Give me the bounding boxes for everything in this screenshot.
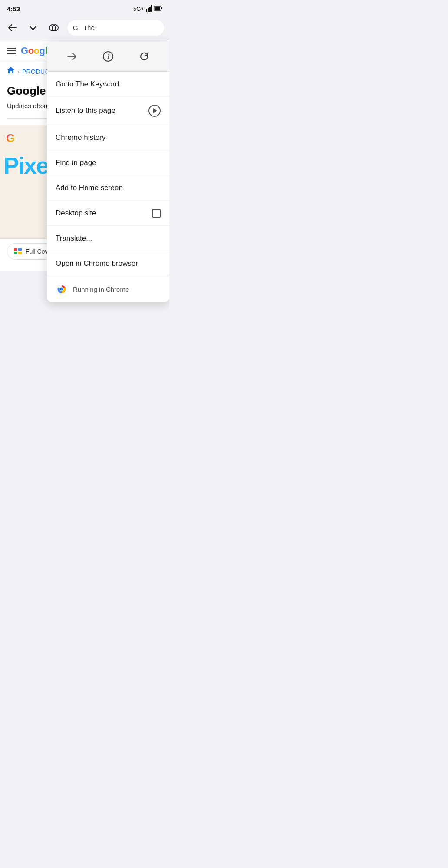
svg-rect-5 xyxy=(155,7,160,10)
open-in-chrome-label: Open in Chrome browser xyxy=(56,259,138,268)
go-to-keyword-label: Go to The Keyword xyxy=(56,80,119,89)
running-in-chrome: Running in Chrome xyxy=(47,276,169,302)
menu-item-find-in-page[interactable]: Find in page xyxy=(47,150,169,175)
info-button[interactable]: i xyxy=(99,48,117,65)
dropdown-button[interactable] xyxy=(26,21,40,35)
svg-point-37 xyxy=(61,288,63,290)
svg-rect-3 xyxy=(151,5,152,12)
menu-item-desktop-site[interactable]: Desktop site xyxy=(47,201,169,226)
status-bar: 4:53 5G+ xyxy=(0,0,169,16)
hamburger-menu[interactable] xyxy=(7,48,16,54)
browser-nav: G The xyxy=(0,16,169,40)
svg-rect-6 xyxy=(161,7,162,9)
find-in-page-label: Find in page xyxy=(56,158,96,167)
svg-rect-2 xyxy=(149,7,151,12)
url-bar[interactable]: G The xyxy=(68,20,164,36)
status-icons: 5G+ xyxy=(133,5,162,13)
reload-button[interactable] xyxy=(135,48,153,65)
chrome-history-label: Chrome history xyxy=(56,133,105,142)
url-text: G The xyxy=(73,24,95,31)
menu-toolbar: i xyxy=(47,42,169,72)
svg-rect-25 xyxy=(14,252,17,254)
context-menu: i Go to The Keyword Listen to this page … xyxy=(47,42,169,302)
svg-rect-23 xyxy=(14,248,17,251)
menu-item-translate[interactable]: Translate... xyxy=(47,226,169,251)
svg-rect-0 xyxy=(146,9,147,12)
forward-button[interactable] xyxy=(63,48,81,65)
desktop-site-label: Desktop site xyxy=(56,209,96,218)
network-label: 5G+ xyxy=(133,6,144,12)
tabs-button[interactable] xyxy=(47,21,61,35)
full-coverage-icon xyxy=(13,247,22,256)
home-icon[interactable] xyxy=(7,66,15,76)
breadcrumb-arrow: › xyxy=(17,68,20,75)
menu-item-go-to-keyword[interactable]: Go to The Keyword xyxy=(47,72,169,97)
svg-rect-24 xyxy=(18,248,22,251)
back-button[interactable] xyxy=(5,21,19,35)
menu-item-chrome-history[interactable]: Chrome history xyxy=(47,125,169,150)
menu-item-listen[interactable]: Listen to this page xyxy=(47,97,169,125)
svg-rect-1 xyxy=(148,8,149,12)
g-logo-small: G xyxy=(6,132,15,145)
status-time: 4:53 xyxy=(7,5,20,13)
menu-item-add-to-home[interactable]: Add to Home screen xyxy=(47,175,169,201)
listen-label: Listen to this page xyxy=(56,106,115,115)
battery-icon xyxy=(154,5,162,13)
breadcrumb-label: PRODUC xyxy=(22,68,50,75)
play-icon xyxy=(148,105,161,117)
chrome-icon xyxy=(56,283,68,295)
translate-label: Translate... xyxy=(56,234,92,243)
signal-icon xyxy=(146,5,152,13)
play-triangle xyxy=(153,108,157,113)
menu-item-open-in-chrome[interactable]: Open in Chrome browser xyxy=(47,251,169,276)
running-in-chrome-label: Running in Chrome xyxy=(73,286,129,293)
add-to-home-label: Add to Home screen xyxy=(56,184,123,192)
svg-rect-26 xyxy=(18,252,22,254)
desktop-site-checkbox[interactable] xyxy=(152,209,161,218)
svg-text:i: i xyxy=(107,53,109,60)
